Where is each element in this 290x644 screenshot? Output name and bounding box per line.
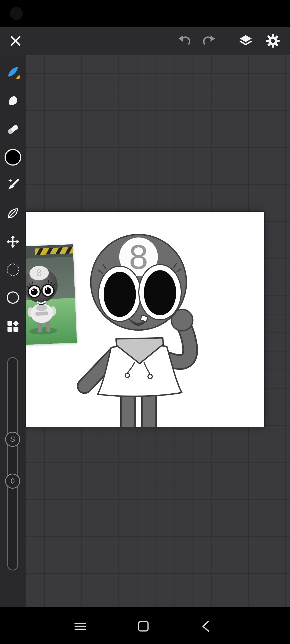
close-button[interactable]: [6, 31, 25, 50]
tool-eraser[interactable]: [0, 122, 26, 137]
tool-shape[interactable]: [0, 290, 26, 305]
square-outline-icon: [136, 619, 150, 633]
drawing-canvas[interactable]: 8: [8, 212, 264, 427]
layers-button[interactable]: [236, 31, 255, 50]
tool-vector[interactable]: [0, 206, 26, 221]
move-arrows-icon: [6, 235, 20, 249]
tool-materials[interactable]: [0, 319, 26, 334]
stabilizer-knob-label: S: [10, 435, 15, 444]
nav-overview-button[interactable]: [134, 617, 153, 636]
nav-back-button[interactable]: [197, 617, 216, 636]
tool-lasso[interactable]: [0, 262, 26, 277]
app-root: 8: [0, 0, 290, 644]
redo-button[interactable]: [199, 31, 218, 50]
undo-arrow-icon: [177, 33, 192, 48]
dotted-circle-icon: [7, 264, 19, 276]
workspace[interactable]: 8: [26, 55, 290, 607]
opacity-knob-label: 0: [10, 477, 15, 485]
leaf-icon: [6, 206, 20, 221]
close-x-icon: [8, 33, 23, 48]
brush-slider-track[interactable]: [7, 357, 18, 570]
reference-ball-number: 8: [36, 267, 42, 278]
layers-stack-icon: [238, 33, 253, 48]
gear-icon: [265, 33, 280, 48]
stabilizer-knob[interactable]: S: [5, 432, 20, 447]
opacity-knob[interactable]: 0: [5, 474, 20, 489]
top-toolbar: [0, 27, 290, 55]
undo-button[interactable]: [175, 31, 194, 50]
tool-paint-brush[interactable]: [0, 177, 26, 192]
circle-outline-icon: [7, 291, 19, 304]
brush-nib-icon: [6, 65, 20, 79]
tool-smudge[interactable]: [0, 93, 26, 108]
back-chevron-icon: [200, 619, 214, 633]
android-navbar: [0, 607, 290, 644]
tool-brush[interactable]: [0, 64, 26, 79]
hamburger-icon: [73, 619, 87, 633]
color-swatch: [5, 149, 21, 166]
paint-brush-icon: [6, 177, 20, 192]
tool-transform[interactable]: [0, 234, 26, 249]
smudge-blob-icon: [6, 93, 20, 108]
redo-arrow-icon: [201, 33, 216, 48]
status-bar: [0, 0, 290, 27]
camera-cutout: [10, 7, 23, 20]
eraser-icon: [6, 122, 20, 137]
blocks-grid-icon: [6, 319, 20, 334]
content-area: 8: [0, 55, 290, 607]
settings-button[interactable]: [263, 31, 282, 50]
tool-color[interactable]: [0, 149, 26, 166]
nav-menu-button[interactable]: [71, 617, 90, 636]
tool-sidebar: S 0: [0, 55, 26, 607]
